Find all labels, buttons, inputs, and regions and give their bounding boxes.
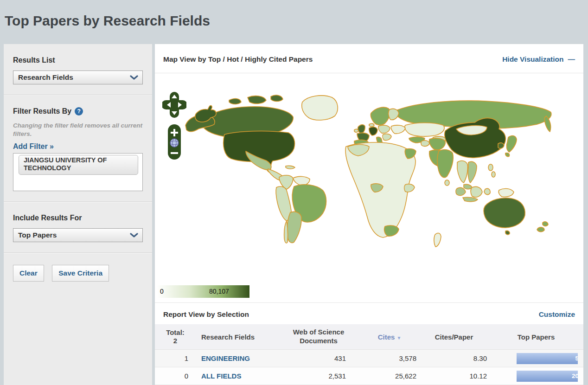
country-java — [463, 197, 478, 201]
help-icon[interactable]: ? — [75, 107, 83, 116]
zoom-out-icon — [171, 152, 178, 154]
filter-heading: Filter Results By — [13, 107, 71, 116]
include-results-heading: Include Results For — [13, 214, 143, 222]
sidebar: Results List Research Fields Filter Resu… — [4, 44, 152, 385]
chevron-down-icon — [130, 233, 138, 238]
sort-descending-icon: ▼ — [396, 335, 401, 340]
country-vietnam — [468, 161, 477, 183]
cites-per-paper-value: 10.12 — [419, 372, 489, 380]
country-benelux — [369, 123, 374, 127]
zoom-control — [168, 124, 181, 160]
top-papers-value: 5 — [575, 355, 578, 362]
research-field-link[interactable]: ALL FIELDS — [201, 372, 241, 380]
customize-link[interactable]: Customize — [539, 310, 575, 319]
country-east-africa — [404, 184, 415, 192]
country-sumatra — [456, 187, 466, 195]
report-view-title: Report View by Selection — [163, 310, 249, 319]
top-papers-value: 20 — [572, 372, 578, 379]
country-chile — [284, 221, 288, 243]
include-results-dropdown[interactable]: Top Papers — [13, 228, 143, 242]
country-greenland — [302, 96, 338, 120]
results-list-selected: Research Fields — [18, 73, 73, 82]
filter-pill[interactable]: JIANGSU UNIVERSITY OF TECHNOLOGY — [19, 155, 138, 175]
wos-documents-value: 431 — [277, 354, 360, 362]
add-filter-link[interactable]: Add Filter » — [13, 142, 54, 151]
report-header: Report View by Selection Customize — [155, 303, 583, 324]
filter-list-box[interactable]: JIANGSU UNIVERSITY OF TECHNOLOGY — [13, 153, 143, 191]
top-papers-bar-container: 20 — [517, 371, 578, 382]
country-venezuela — [293, 176, 310, 186]
map-view-title: Map View by Top / Hot / Highly Cited Pap… — [163, 55, 313, 64]
filter-note: Changing the filter field removes all cu… — [13, 122, 143, 138]
country-russia-kamchatka — [544, 116, 551, 132]
country-canada-arctic-2 — [271, 95, 283, 101]
pan-control — [162, 92, 186, 118]
country-ukraine — [391, 125, 405, 134]
top-papers-bar-container: 5 — [517, 353, 578, 364]
row-rank: 0 — [155, 372, 196, 380]
country-iraq-syria — [421, 141, 429, 147]
country-uk — [358, 125, 365, 134]
country-iran — [429, 138, 446, 150]
column-research-fields[interactable]: Research Fields — [196, 333, 277, 341]
table-header-row: Total: 2 Research Fields Web of Science … — [155, 324, 583, 350]
map-controls — [162, 91, 186, 161]
country-south-africa — [384, 225, 399, 236]
top-papers-bar: 20 — [517, 371, 578, 382]
wos-documents-value: 2,531 — [277, 372, 360, 380]
country-japan-south — [505, 153, 510, 156]
country-poland — [378, 125, 390, 133]
country-argentina — [287, 212, 301, 243]
column-wos-documents[interactable]: Web of Science Documents — [277, 328, 360, 346]
country-finland — [389, 109, 399, 120]
map-legend: 0 80,107 — [157, 285, 249, 298]
country-sulawesi — [484, 188, 490, 194]
country-sri-lanka — [445, 180, 449, 186]
country-germany — [369, 127, 377, 135]
column-top-papers[interactable]: Top Papers — [489, 333, 583, 341]
legend-max-label: 80,107 — [209, 288, 229, 295]
hide-visualization-link[interactable]: Hide Visualization— — [502, 55, 575, 64]
table-row: 0 ALL FIELDS 2,531 25,622 10.12 20 — [155, 367, 583, 385]
country-new-guinea — [499, 189, 514, 197]
include-results-selected: Top Papers — [18, 231, 57, 239]
research-field-link[interactable]: ENGINEERING — [201, 354, 250, 362]
sidebar-buttons: Clear Save Criteria — [4, 253, 152, 294]
top-papers-bar: 5 — [517, 353, 578, 364]
results-list-heading: Results List — [13, 56, 143, 64]
country-myanmar-thailand — [457, 161, 468, 183]
country-malaysia — [464, 184, 472, 189]
total-count: 2 — [173, 337, 177, 345]
row-rank: 1 — [155, 354, 196, 362]
country-south-korea — [498, 143, 504, 148]
visualization-header: Map View by Top / Hot / Highly Cited Pap… — [155, 44, 583, 73]
results-list-dropdown[interactable]: Research Fields — [13, 71, 143, 84]
save-criteria-button[interactable]: Save Criteria — [52, 265, 109, 282]
country-kazakhstan — [405, 123, 444, 136]
page: { "page_title": "Top Papers by Research … — [0, 0, 588, 385]
filter-section: Filter Results By ? Changing the filter … — [4, 95, 152, 202]
country-canada-arctic-1 — [248, 96, 266, 104]
clear-button[interactable]: Clear — [13, 265, 44, 282]
collapse-icon: — — [568, 55, 575, 63]
country-canada-arctic-3 — [229, 99, 241, 104]
results-list-section: Results List Research Fields — [4, 44, 152, 95]
country-cuba — [286, 166, 295, 169]
world-choropleth-map[interactable] — [155, 73, 583, 302]
map-area: 0 80,107 — [155, 73, 583, 303]
column-cites-per-paper[interactable]: Cites/Paper — [419, 333, 489, 341]
column-cites-sorted[interactable]: Cites▼ — [360, 333, 419, 341]
table-row: 1 ENGINEERING 431 3,578 8.30 5 — [155, 350, 583, 367]
country-new-zealand-north — [543, 222, 548, 226]
country-scandinavia — [371, 107, 390, 125]
column-total: Total: 2 — [155, 328, 196, 345]
country-balkans — [383, 134, 391, 141]
country-india — [437, 150, 453, 178]
main-panel: Map View by Top / Hot / Highly Cited Pap… — [155, 44, 583, 385]
include-results-section: Include Results For Top Papers — [4, 202, 152, 253]
page-title: Top Papers by Research Fields — [5, 13, 210, 29]
cites-per-paper-value: 8.30 — [419, 354, 489, 362]
cites-value: 25,622 — [360, 372, 419, 380]
globe-icon — [170, 139, 179, 147]
country-philippines-1 — [488, 164, 493, 171]
